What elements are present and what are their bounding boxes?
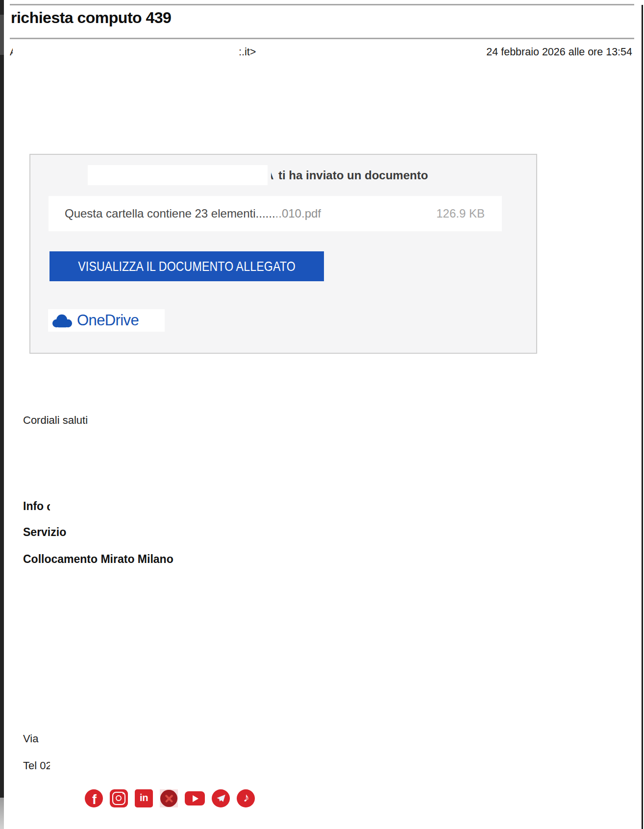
signature-servizio-line: Servizio bbox=[23, 526, 66, 539]
signature-address-line: Via bbox=[23, 732, 38, 745]
attachment-name: Questa cartella contiene 23 elementi....… bbox=[65, 207, 275, 220]
header-divider-bottom bbox=[10, 38, 634, 39]
signature-info-line: Infoc bbox=[23, 500, 50, 513]
youtube-icon[interactable] bbox=[185, 791, 205, 805]
view-document-button-label: VISUALIZZA IL DOCUMENTO ALLEGATO bbox=[78, 259, 296, 274]
scrollbar-track bbox=[0, 0, 4, 829]
phone-redacted-partial-digit: 2 bbox=[46, 759, 50, 772]
instagram-icon[interactable] bbox=[110, 789, 128, 807]
social-icons-row: f in ♪ bbox=[85, 789, 255, 807]
telegram-icon[interactable] bbox=[212, 789, 230, 807]
attachment-row: Questa cartella contiene 23 elementi....… bbox=[49, 196, 502, 231]
attachment-size: 126.9 KB bbox=[436, 207, 485, 220]
facebook-icon[interactable]: f bbox=[85, 789, 103, 807]
from-address-suffix: :.it> bbox=[239, 46, 256, 58]
heading-partial-letter: A bbox=[271, 169, 275, 182]
window-right-border bbox=[642, 5, 643, 829]
email-subject: richiesta computo 439 bbox=[11, 9, 171, 27]
email-view: richiesta computo 439 A :.it> 24 febbrai… bbox=[0, 0, 644, 829]
view-document-button[interactable]: VISUALIZZA IL DOCUMENTO ALLEGATO bbox=[50, 251, 324, 281]
scrollbar-thumb[interactable] bbox=[0, 15, 4, 55]
onedrive-logo-text: OneDrive bbox=[77, 312, 139, 329]
onedrive-cloud-icon bbox=[50, 313, 74, 328]
email-date: 24 febbraio 2026 alle ore 13:54 bbox=[486, 46, 632, 58]
onedrive-share-card: A ti ha inviato un documento Questa cart… bbox=[29, 154, 537, 354]
info-redacted-partial-letter: c bbox=[47, 500, 50, 513]
x-twitter-icon[interactable] bbox=[160, 789, 178, 807]
signature-phone-line: Tel 02 bbox=[23, 759, 50, 772]
attachment-name-suffix: ..010.pdf bbox=[275, 207, 321, 220]
linkedin-icon[interactable]: in bbox=[135, 789, 153, 807]
scrollbar-fade bbox=[0, 798, 4, 829]
tiktok-icon[interactable]: ♪ bbox=[237, 789, 255, 807]
from-redacted-partial-letter: A bbox=[10, 46, 13, 59]
signature-collocamento-line: Collocamento Mirato Milano bbox=[23, 553, 173, 566]
greeting-text: Cordiali saluti bbox=[23, 414, 88, 427]
card-heading: A ti ha inviato un documento bbox=[88, 165, 428, 185]
onedrive-logo[interactable]: OneDrive bbox=[48, 309, 165, 332]
heading-text: ti ha inviato un documento bbox=[278, 169, 428, 182]
from-row: A :.it> 24 febbraio 2026 alle ore 13:54 bbox=[9, 46, 633, 61]
header-divider-top bbox=[10, 4, 634, 5]
sender-name-redaction bbox=[88, 165, 268, 185]
